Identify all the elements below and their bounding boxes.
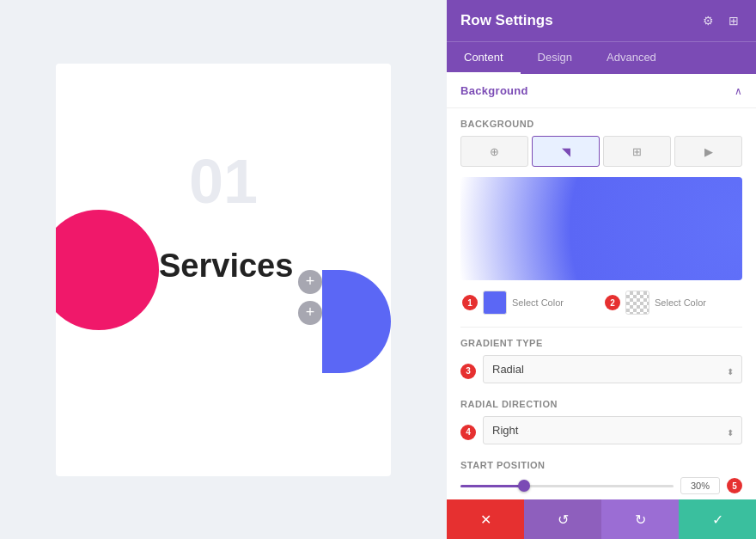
- cancel-button[interactable]: ✕: [447, 499, 524, 539]
- section-chevron-icon: ∧: [735, 85, 742, 97]
- stop-2-label: Select Color: [655, 297, 741, 308]
- stop-1-badge: 1: [462, 295, 478, 310]
- background-section-header[interactable]: Background ∧: [447, 74, 756, 108]
- bg-type-image[interactable]: ⊞: [603, 136, 671, 167]
- gradient-type-group: Gradient Type 3 Radial Linear Conic: [460, 338, 742, 387]
- settings-panel: Row Settings ⚙ ⊞ Content Design Advanced…: [447, 0, 756, 539]
- start-position-slider-row: 5: [460, 477, 742, 494]
- start-position-thumb[interactable]: [518, 480, 530, 492]
- number-label: 01: [189, 146, 258, 217]
- stop-1-label: Select Color: [512, 297, 598, 308]
- panel-header: Row Settings ⚙ ⊞: [447, 0, 756, 41]
- radial-direction-select[interactable]: Right Left Top Bottom Center: [483, 416, 742, 444]
- stop-1-swatch[interactable]: [483, 291, 507, 315]
- add-buttons-group: + +: [298, 270, 322, 325]
- canvas-content: 01 Services + +: [56, 64, 391, 476]
- color-stop-1-group: 1 Select Color: [462, 291, 598, 315]
- bg-type-gradient-icon: ◥: [562, 145, 570, 158]
- background-section-title: Background: [460, 84, 528, 97]
- redo-button[interactable]: ↻: [601, 499, 679, 539]
- add-button-2[interactable]: +: [298, 301, 322, 325]
- gradient-type-label: Gradient Type: [460, 338, 742, 348]
- panel-tabs: Content Design Advanced: [447, 41, 756, 74]
- action-bar: ✕ ↺ ↻ ✓: [447, 499, 756, 539]
- bg-type-row: ⊕ ◥ ⊞ ▶: [460, 136, 742, 167]
- bg-type-none[interactable]: ⊕: [460, 136, 528, 167]
- bg-type-video-icon: ▶: [704, 145, 713, 158]
- divider-1: [460, 327, 742, 328]
- panel-header-icons: ⚙ ⊞: [699, 12, 742, 29]
- radial-direction-group: Radial Direction 4 Right Left Top Bottom…: [460, 399, 742, 448]
- services-heading: Services: [159, 248, 293, 285]
- stop-2-badge: 2: [605, 295, 620, 310]
- radial-direction-label: Radial Direction: [460, 399, 742, 409]
- radial-direction-badge: 4: [460, 425, 476, 440]
- confirm-button[interactable]: ✓: [679, 499, 756, 539]
- bg-type-video[interactable]: ▶: [674, 136, 742, 167]
- panel-title: Row Settings: [460, 12, 553, 29]
- redo-icon: ↻: [635, 511, 646, 528]
- confirm-icon: ✓: [712, 511, 723, 528]
- bg-type-image-icon: ⊞: [632, 145, 642, 158]
- decorative-circle: [56, 210, 159, 330]
- reset-button[interactable]: ↺: [524, 499, 601, 539]
- gradient-type-badge: 3: [460, 364, 476, 379]
- start-position-track: [460, 485, 674, 487]
- blue-shape: [322, 270, 391, 373]
- start-position-fill: [460, 485, 524, 487]
- panel-body: Background ∧ Background ⊕ ◥ ⊞ ▶: [447, 74, 756, 499]
- canvas-area: 01 Services + +: [0, 0, 447, 539]
- bg-type-gradient[interactable]: ◥: [532, 136, 600, 167]
- stop-2-swatch[interactable]: [625, 291, 649, 315]
- layout-icon[interactable]: ⊞: [725, 12, 742, 29]
- cancel-icon: ✕: [480, 511, 491, 528]
- tab-advanced[interactable]: Advanced: [589, 42, 674, 74]
- color-stop-2-group: 2 Select Color: [605, 291, 741, 315]
- add-button-1[interactable]: +: [298, 270, 322, 294]
- gradient-type-select[interactable]: Radial Linear Conic: [483, 355, 742, 383]
- settings-icon[interactable]: ⚙: [699, 12, 716, 29]
- tab-content[interactable]: Content: [447, 42, 521, 74]
- bg-type-none-icon: ⊕: [490, 145, 499, 158]
- start-position-label: Start Position: [460, 460, 742, 470]
- gradient-preview: [460, 177, 742, 280]
- start-position-badge: 5: [727, 478, 742, 493]
- background-section-body: Background ⊕ ◥ ⊞ ▶: [447, 108, 756, 499]
- start-position-value[interactable]: [680, 477, 720, 494]
- start-position-group: Start Position 5: [460, 460, 742, 494]
- background-field-label: Background: [460, 119, 742, 129]
- reset-icon: ↺: [558, 511, 569, 528]
- gradient-preview-inner: [460, 177, 742, 280]
- color-stops-row: 1 Select Color 2 Select Color: [460, 291, 742, 315]
- tab-design[interactable]: Design: [521, 42, 589, 74]
